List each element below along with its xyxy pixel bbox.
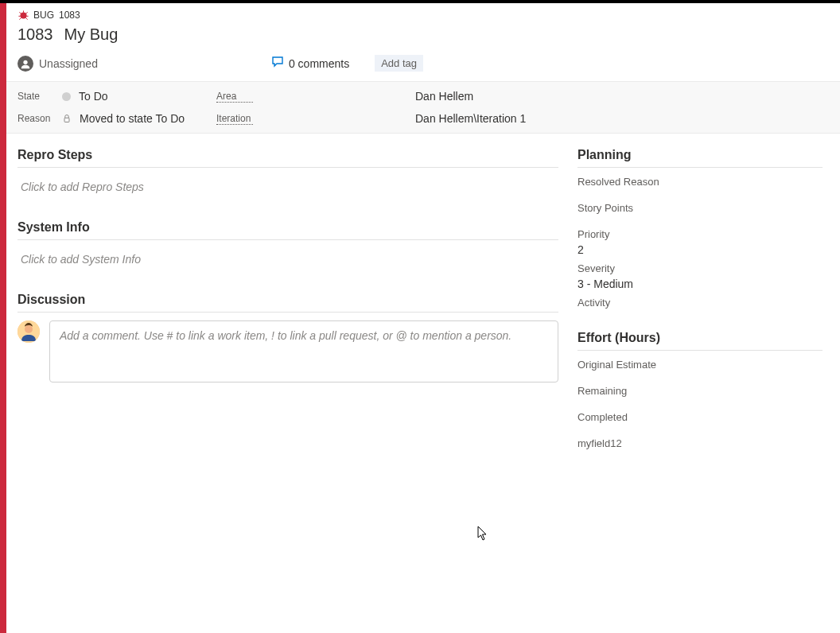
comment-input[interactable]: Add a comment. Use # to link a work item…: [49, 320, 558, 383]
severity-label: Severity: [578, 262, 822, 274]
person-circle-icon: [18, 56, 33, 72]
severity-value: 3 - Medium: [578, 278, 822, 290]
work-item-type-color-bar: [0, 3, 6, 633]
reason-field[interactable]: Reason Moved to state To Do: [18, 112, 216, 125]
title-number: 1083: [18, 25, 53, 44]
iteration-field-value-cell[interactable]: Dan Hellem\Iteration 1: [415, 112, 829, 125]
planning-title: Planning: [578, 148, 822, 168]
comments-count-text: 0 comments: [289, 57, 349, 70]
title-row: 1083 My Bug: [18, 25, 829, 44]
title-text[interactable]: My Bug: [64, 25, 119, 44]
state-field[interactable]: State To Do: [18, 90, 216, 103]
svg-rect-2: [64, 118, 69, 122]
story-points-label: Story Points: [578, 202, 822, 214]
comments-link[interactable]: 0 comments: [271, 56, 349, 71]
effort-section: Effort (Hours) Original Estimate Remaini…: [578, 331, 822, 449]
area-field-value: Dan Hellem: [415, 90, 473, 103]
discussion-title: Discussion: [18, 293, 558, 313]
state-field-label: State: [18, 91, 54, 102]
priority-field[interactable]: Priority 2: [578, 228, 822, 256]
assignee-field[interactable]: Unassigned: [18, 56, 98, 72]
iteration-field-value: Dan Hellem\Iteration 1: [415, 112, 526, 125]
svg-point-4: [25, 325, 33, 333]
effort-title: Effort (Hours): [578, 331, 822, 351]
state-field-value: To Do: [79, 90, 108, 103]
reason-field-value: Moved to state To Do: [80, 112, 185, 125]
system-info-title: System Info: [18, 220, 558, 240]
severity-field[interactable]: Severity 3 - Medium: [578, 262, 822, 290]
add-tag-button[interactable]: Add tag: [375, 55, 423, 72]
priority-value: 2: [578, 243, 822, 256]
iteration-field[interactable]: Iteration: [216, 112, 415, 125]
repro-steps-input[interactable]: Click to add Repro Steps: [18, 176, 558, 198]
original-estimate-field[interactable]: Original Estimate: [578, 359, 822, 371]
assignee-label: Unassigned: [39, 57, 98, 70]
remaining-label: Remaining: [578, 385, 822, 397]
svg-point-0: [20, 12, 26, 18]
repro-steps-section: Repro Steps Click to add Repro Steps: [18, 148, 558, 198]
area-field[interactable]: Area: [216, 90, 415, 103]
breadcrumb-type: BUG: [33, 10, 54, 21]
svg-point-1: [23, 60, 27, 64]
planning-section: Planning Resolved Reason Story Points Pr…: [578, 148, 822, 309]
header-section: BUG 1083 1083 My Bug Unassigned: [6, 3, 840, 81]
meta-row: Unassigned 0 comments Add tag: [18, 55, 829, 72]
myfield12-field[interactable]: myfield12: [578, 437, 822, 449]
activity-field[interactable]: Activity: [578, 297, 822, 309]
activity-label: Activity: [578, 297, 822, 309]
side-column: Planning Resolved Reason Story Points Pr…: [570, 134, 840, 633]
system-info-input[interactable]: Click to add System Info: [18, 248, 558, 270]
area-field-value-cell[interactable]: Dan Hellem: [415, 90, 829, 103]
repro-steps-title: Repro Steps: [18, 148, 558, 168]
avatar: [18, 320, 40, 343]
discussion-section: Discussion Add a comment. Use # to lin: [18, 293, 558, 383]
resolved-reason-field[interactable]: Resolved Reason: [578, 176, 822, 188]
chat-icon: [271, 56, 284, 71]
breadcrumb[interactable]: BUG 1083: [18, 10, 829, 21]
main-column: Repro Steps Click to add Repro Steps Sys…: [6, 134, 570, 633]
completed-label: Completed: [578, 411, 822, 423]
iteration-field-label: Iteration: [216, 113, 253, 125]
reason-field-label: Reason: [18, 113, 54, 124]
resolved-reason-label: Resolved Reason: [578, 176, 822, 188]
original-estimate-label: Original Estimate: [578, 359, 822, 371]
system-info-section: System Info Click to add System Info: [18, 220, 558, 270]
completed-field[interactable]: Completed: [578, 411, 822, 423]
fields-band: State To Do Area Dan Hellem Reason Moved: [6, 81, 840, 134]
bug-icon: [18, 10, 29, 21]
comment-placeholder: Add a comment. Use # to link a work item…: [60, 329, 511, 342]
priority-label: Priority: [578, 228, 822, 240]
remaining-field[interactable]: Remaining: [578, 385, 822, 397]
lock-icon: [62, 114, 72, 123]
state-dot-icon: [62, 92, 71, 101]
breadcrumb-id: 1083: [59, 10, 80, 21]
area-field-label: Area: [216, 91, 253, 103]
myfield12-label: myfield12: [578, 437, 822, 449]
story-points-field[interactable]: Story Points: [578, 202, 822, 214]
